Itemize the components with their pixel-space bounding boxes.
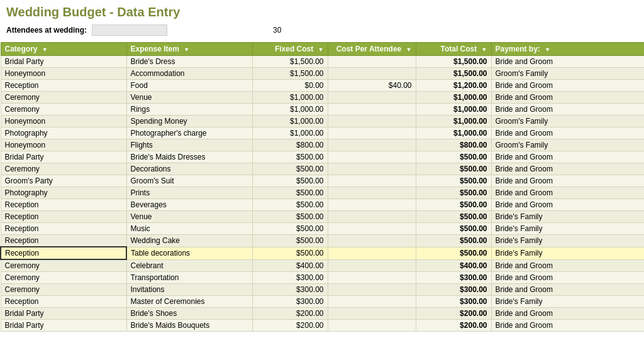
table-row: ReceptionBeverages$500.00$500.00Bride an… <box>1 199 644 211</box>
table-cell: Bride's Family <box>491 296 644 308</box>
table-row: Bridal PartyBride's Maids Bouquets$200.0… <box>1 320 644 332</box>
table-cell: Honeymoon <box>1 116 126 127</box>
attendees-value: 30 <box>273 26 281 35</box>
table-cell <box>328 211 416 223</box>
table-cell: Bride and Groom <box>491 127 644 139</box>
col-total[interactable]: Total Cost ▼ <box>416 43 491 56</box>
table-cell: Bride and Groom <box>491 163 644 175</box>
table-cell: $300.00 <box>416 272 491 284</box>
table-cell: Bride and Groom <box>491 187 644 199</box>
table-cell <box>328 175 416 187</box>
attendees-row: Attendees at wedding: 30 <box>0 22 644 38</box>
attendees-label: Attendees at wedding: <box>6 26 87 35</box>
table-cell: Reception <box>1 235 126 247</box>
table-cell: $500.00 <box>416 163 491 175</box>
table-cell: Invitations <box>126 284 252 296</box>
col-fixed[interactable]: Fixed Cost ▼ <box>252 43 328 56</box>
table-row: CeremonyRings$1,000.00$1,000.00Bride and… <box>1 104 644 116</box>
table-cell: Ceremony <box>1 259 126 272</box>
table-cell: Photography <box>1 127 126 139</box>
table-cell: $500.00 <box>252 211 328 223</box>
table-cell: Beverages <box>126 199 252 211</box>
table-cell <box>328 284 416 296</box>
table-cell <box>328 296 416 308</box>
filter-expense-icon[interactable]: ▼ <box>184 46 189 53</box>
table-cell: Bride's Family <box>491 211 644 223</box>
col-category[interactable]: Category ▼ <box>1 43 126 56</box>
table-cell: Ceremony <box>1 284 126 296</box>
title-area: Wedding Budget - Data Entry <box>0 0 644 22</box>
table-cell: $1,000.00 <box>252 92 328 104</box>
table-cell: Ceremony <box>1 163 126 175</box>
table-cell: Honeymoon <box>1 68 126 80</box>
table-cell: Decorations <box>126 163 252 175</box>
table-cell: $1,500.00 <box>416 68 491 80</box>
table-row: ReceptionTable decorations$500.00$500.00… <box>1 247 644 259</box>
table-cell: $1,000.00 <box>416 92 491 104</box>
table-row: ReceptionVenue$500.00$500.00Bride's Fami… <box>1 211 644 223</box>
table-cell: Reception <box>1 296 126 308</box>
table-cell: $1,000.00 <box>252 104 328 116</box>
table-body: Bridal PartyBride's Dress$1,500.00$1,500… <box>1 56 644 332</box>
col-expense[interactable]: Expense Item ▼ <box>126 43 252 56</box>
table-cell: Bride and Groom <box>491 104 644 116</box>
filter-category-icon[interactable]: ▼ <box>42 46 48 53</box>
table-cell <box>328 247 416 259</box>
table-cell: Reception <box>1 223 126 235</box>
table-cell: Bride and Groom <box>491 272 644 284</box>
table-row: PhotographyPrints$500.00$500.00Bride and… <box>1 187 644 199</box>
table-cell <box>328 199 416 211</box>
table-cell: Bride's Dress <box>126 56 252 68</box>
table-cell: $300.00 <box>252 284 328 296</box>
table-cell: Table decorations <box>126 247 252 259</box>
table-cell: Wedding Cake <box>126 235 252 247</box>
table-cell: Bridal Party <box>1 151 126 163</box>
table-cell: $500.00 <box>252 187 328 199</box>
table-cell: $1,000.00 <box>416 116 491 127</box>
filter-per-attendee-icon[interactable]: ▼ <box>406 46 412 53</box>
table-row: HoneymoonAccommodation$1,500.00$1,500.00… <box>1 68 644 80</box>
table-cell: Transportation <box>126 272 252 284</box>
table-cell <box>328 308 416 320</box>
filter-payment-icon[interactable]: ▼ <box>545 46 550 53</box>
filter-total-icon[interactable]: ▼ <box>482 46 487 53</box>
table-cell: Bride and Groom <box>491 175 644 187</box>
table-cell <box>328 92 416 104</box>
table-cell: $500.00 <box>252 223 328 235</box>
table-row: CeremonyDecorations$500.00$500.00Bride a… <box>1 163 644 175</box>
table-row: Bridal PartyBride's Shoes$200.00$200.00B… <box>1 308 644 320</box>
col-per-attendee[interactable]: Cost Per Attendee ▼ <box>328 43 416 56</box>
filter-fixed-icon[interactable]: ▼ <box>318 46 324 53</box>
table-cell: Venue <box>126 92 252 104</box>
table-row: ReceptionMaster of Ceremonies$300.00$300… <box>1 296 644 308</box>
table-cell <box>328 151 416 163</box>
table-cell: Ceremony <box>1 272 126 284</box>
table-cell: Venue <box>126 211 252 223</box>
budget-table: Category ▼ Expense Item ▼ Fixed Cost ▼ C… <box>0 42 644 332</box>
table-row: ReceptionMusic$500.00$500.00Bride's Fami… <box>1 223 644 235</box>
table-cell: $400.00 <box>416 259 491 272</box>
table-cell: Photographer's charge <box>126 127 252 139</box>
table-cell: $300.00 <box>416 296 491 308</box>
table-cell: $0.00 <box>252 80 328 92</box>
table-row: Bridal PartyBride's Maids Dresses$500.00… <box>1 151 644 163</box>
table-cell <box>328 104 416 116</box>
table-cell: Bride and Groom <box>491 80 644 92</box>
table-row: CeremonyCelebrant$400.00$400.00Bride and… <box>1 259 644 272</box>
table-cell: Bride's Family <box>491 235 644 247</box>
table-cell <box>328 163 416 175</box>
table-cell <box>328 259 416 272</box>
table-cell: Flights <box>126 139 252 151</box>
table-cell: Rings <box>126 104 252 116</box>
table-cell: Food <box>126 80 252 92</box>
table-cell <box>328 320 416 332</box>
table-cell: Bride's Family <box>491 223 644 235</box>
table-cell: Accommodation <box>126 68 252 80</box>
table-cell: $500.00 <box>416 199 491 211</box>
col-payment[interactable]: Payment by: ▼ <box>491 43 644 56</box>
table-cell: Bridal Party <box>1 308 126 320</box>
table-cell: Bride's Maids Dresses <box>126 151 252 163</box>
attendees-input-box[interactable] <box>92 24 167 36</box>
table-cell: Bridal Party <box>1 56 126 68</box>
table-cell: $500.00 <box>416 235 491 247</box>
